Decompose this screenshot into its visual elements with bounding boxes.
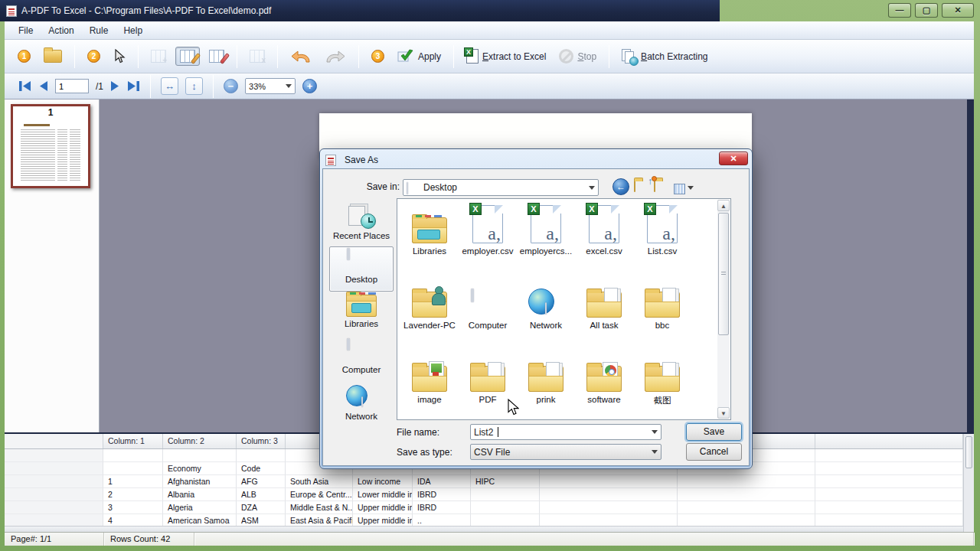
redo-button[interactable] xyxy=(321,47,350,67)
undo-button[interactable] xyxy=(286,47,315,67)
dialog-close-button[interactable]: ✕ xyxy=(719,152,748,165)
right-edge-strip xyxy=(967,99,974,432)
table-vertical-scrollbar[interactable] xyxy=(963,434,974,533)
back-button[interactable]: ← xyxy=(612,178,629,195)
place-label: Libraries xyxy=(345,319,378,328)
undo-icon xyxy=(290,49,312,64)
table-cell xyxy=(678,501,815,514)
table-horizontal-scrollbar[interactable] xyxy=(5,526,963,532)
delete-table-button[interactable]: x xyxy=(246,47,269,65)
zoom-out-button[interactable]: − xyxy=(224,79,238,93)
file-item[interactable]: Lavender-PC xyxy=(400,276,459,350)
network-icon xyxy=(528,289,564,318)
place-computer[interactable]: Computer xyxy=(329,337,394,382)
menu-file[interactable]: File xyxy=(11,23,41,38)
batch-icon xyxy=(622,49,637,64)
add-table-button[interactable]: + xyxy=(147,47,170,65)
up-one-level-button[interactable]: ↑ xyxy=(634,181,651,197)
apply-button[interactable]: Apply xyxy=(394,47,445,67)
save-button[interactable]: Save xyxy=(686,423,742,441)
zoom-in-button[interactable]: + xyxy=(302,79,317,93)
edit-table-button[interactable] xyxy=(175,47,200,66)
minimize-button[interactable]: — xyxy=(888,3,911,18)
file-item[interactable]: Xa, employercs... xyxy=(517,202,575,276)
select-tool-button[interactable] xyxy=(109,47,129,67)
views-menu-button[interactable] xyxy=(674,181,694,197)
computer-icon xyxy=(347,340,376,363)
last-page-button[interactable] xyxy=(127,80,140,92)
file-list-scrollbar[interactable]: ▲ ▼ xyxy=(717,200,730,419)
previous-page-button[interactable] xyxy=(38,80,48,92)
fit-height-button[interactable]: ↕ xyxy=(185,77,203,95)
file-item[interactable]: prink xyxy=(517,350,575,425)
scroll-up-arrow[interactable]: ▲ xyxy=(717,200,730,211)
table-cell: Middle East & N... xyxy=(286,501,353,514)
page-number-input[interactable] xyxy=(55,79,89,93)
edit-table-red-button[interactable] xyxy=(205,47,228,65)
step3-badge: 3 xyxy=(368,47,388,65)
table-header-cell xyxy=(815,434,963,448)
maximize-button[interactable]: ▢ xyxy=(915,3,938,18)
place-network[interactable]: Network xyxy=(329,382,394,427)
toolbar-separator xyxy=(453,45,454,68)
chevron-down-icon xyxy=(688,186,694,193)
table-cell xyxy=(5,475,103,488)
batch-extracting-button[interactable]: Batch Extracting xyxy=(618,47,711,67)
save-in-select[interactable]: Desktop xyxy=(403,179,599,196)
file-item[interactable]: software xyxy=(575,350,633,425)
table-cell xyxy=(103,449,163,462)
file-item[interactable]: Network xyxy=(517,276,575,350)
new-folder-button[interactable] xyxy=(654,181,671,197)
table-cell xyxy=(471,501,540,514)
extract-label: Extract to Excel xyxy=(482,51,546,62)
place-libraries[interactable]: Libraries xyxy=(329,292,394,337)
extract-to-excel-button[interactable]: X Extract to Excel xyxy=(462,47,550,66)
file-item[interactable]: bbc xyxy=(633,276,691,350)
toolbar: 1 2 + x 3 Apply X Extract to Excel xyxy=(5,40,974,73)
desktop-mini-icon xyxy=(407,183,420,193)
place-desktop[interactable]: Desktop xyxy=(329,246,394,292)
menu-help[interactable]: Help xyxy=(116,23,150,38)
next-page-button[interactable] xyxy=(110,80,120,92)
save-as-type-select[interactable]: CSV File xyxy=(470,444,662,460)
scroll-down-arrow[interactable]: ▼ xyxy=(717,407,730,419)
file-item[interactable]: Computer xyxy=(459,276,517,350)
file-item-label: bbc xyxy=(655,321,670,330)
file-item[interactable]: 截图 xyxy=(633,350,691,425)
place-recent-places[interactable]: Recent Places xyxy=(329,201,394,246)
thumbnail-panel: 1 xyxy=(5,99,100,432)
cancel-button[interactable]: Cancel xyxy=(686,443,742,461)
table-cell: ALB xyxy=(237,488,286,501)
table-header-cell xyxy=(5,434,103,448)
folder-icon xyxy=(586,292,622,318)
menu-rule[interactable]: Rule xyxy=(82,23,116,38)
zoom-level-select[interactable]: 33% xyxy=(245,78,296,94)
file-item[interactable]: Libraries xyxy=(400,202,459,276)
first-page-button[interactable] xyxy=(18,80,31,92)
thumbnail-page-number: 1 xyxy=(13,107,88,118)
file-name-input[interactable]: List2 xyxy=(470,424,662,440)
page-thumbnail[interactable]: 1 xyxy=(11,104,90,188)
table-cell: IBRD xyxy=(413,488,471,501)
folder-icon xyxy=(470,366,505,392)
table-cell xyxy=(815,488,963,501)
file-item[interactable]: image xyxy=(400,350,459,425)
stop-button[interactable]: Stop xyxy=(555,47,600,66)
folder-icon xyxy=(528,366,564,392)
scrollbar-thumb[interactable] xyxy=(965,436,972,468)
place-label: Computer xyxy=(342,365,381,374)
close-button[interactable]: ✕ xyxy=(942,3,974,18)
table-cell: 2 xyxy=(103,488,163,501)
open-file-button[interactable] xyxy=(40,47,66,65)
places-sidebar: Recent Places Desktop Libraries Computer xyxy=(329,201,394,427)
fit-width-button[interactable]: ↔ xyxy=(161,77,178,95)
file-item[interactable]: Xa, List.csv xyxy=(633,202,691,276)
computer-icon xyxy=(471,290,505,318)
file-item[interactable]: Xa, employer.csv xyxy=(459,202,517,276)
table-cell xyxy=(540,501,678,514)
badge-1: 1 xyxy=(18,50,31,63)
file-item[interactable]: Xa, excel.csv xyxy=(575,202,633,276)
scrollbar-thumb[interactable] xyxy=(718,213,729,335)
menu-action[interactable]: Action xyxy=(41,23,81,38)
file-item[interactable]: All task xyxy=(575,276,633,350)
